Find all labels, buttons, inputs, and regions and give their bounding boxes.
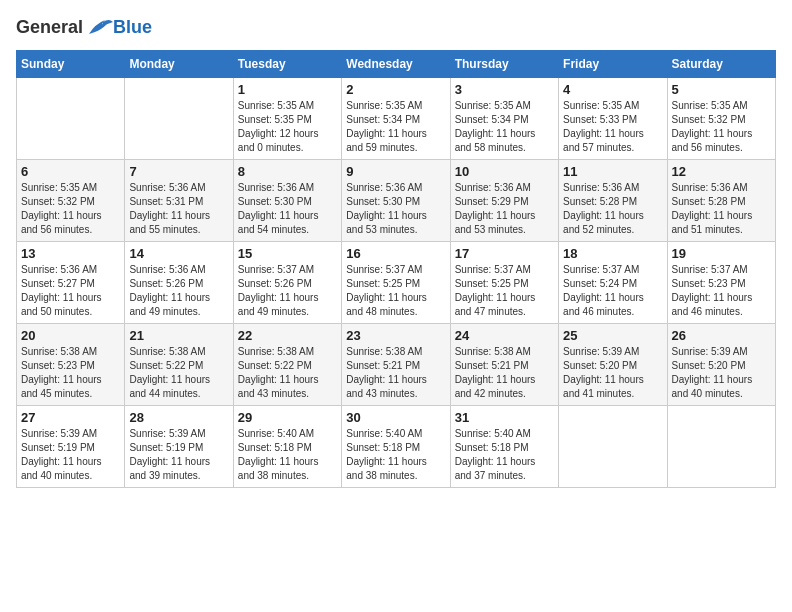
- day-info: Sunrise: 5:39 AM Sunset: 5:20 PM Dayligh…: [672, 345, 771, 401]
- day-info: Sunrise: 5:39 AM Sunset: 5:20 PM Dayligh…: [563, 345, 662, 401]
- calendar-cell: 26Sunrise: 5:39 AM Sunset: 5:20 PM Dayli…: [667, 324, 775, 406]
- day-info: Sunrise: 5:35 AM Sunset: 5:34 PM Dayligh…: [346, 99, 445, 155]
- calendar-cell: 16Sunrise: 5:37 AM Sunset: 5:25 PM Dayli…: [342, 242, 450, 324]
- calendar-cell: 10Sunrise: 5:36 AM Sunset: 5:29 PM Dayli…: [450, 160, 558, 242]
- calendar-cell: 2Sunrise: 5:35 AM Sunset: 5:34 PM Daylig…: [342, 78, 450, 160]
- day-info: Sunrise: 5:37 AM Sunset: 5:25 PM Dayligh…: [346, 263, 445, 319]
- day-number: 20: [21, 328, 120, 343]
- calendar-cell: 25Sunrise: 5:39 AM Sunset: 5:20 PM Dayli…: [559, 324, 667, 406]
- day-info: Sunrise: 5:38 AM Sunset: 5:21 PM Dayligh…: [346, 345, 445, 401]
- day-number: 26: [672, 328, 771, 343]
- day-info: Sunrise: 5:38 AM Sunset: 5:21 PM Dayligh…: [455, 345, 554, 401]
- weekday-header: Monday: [125, 51, 233, 78]
- day-info: Sunrise: 5:38 AM Sunset: 5:22 PM Dayligh…: [129, 345, 228, 401]
- calendar-cell: 27Sunrise: 5:39 AM Sunset: 5:19 PM Dayli…: [17, 406, 125, 488]
- calendar-cell: [559, 406, 667, 488]
- day-number: 1: [238, 82, 337, 97]
- calendar-cell: 23Sunrise: 5:38 AM Sunset: 5:21 PM Dayli…: [342, 324, 450, 406]
- calendar-week-row: 1Sunrise: 5:35 AM Sunset: 5:35 PM Daylig…: [17, 78, 776, 160]
- day-number: 28: [129, 410, 228, 425]
- calendar-week-row: 6Sunrise: 5:35 AM Sunset: 5:32 PM Daylig…: [17, 160, 776, 242]
- day-number: 19: [672, 246, 771, 261]
- calendar-cell: 31Sunrise: 5:40 AM Sunset: 5:18 PM Dayli…: [450, 406, 558, 488]
- day-info: Sunrise: 5:36 AM Sunset: 5:28 PM Dayligh…: [672, 181, 771, 237]
- calendar-cell: 6Sunrise: 5:35 AM Sunset: 5:32 PM Daylig…: [17, 160, 125, 242]
- day-number: 6: [21, 164, 120, 179]
- day-info: Sunrise: 5:36 AM Sunset: 5:30 PM Dayligh…: [346, 181, 445, 237]
- day-info: Sunrise: 5:35 AM Sunset: 5:35 PM Dayligh…: [238, 99, 337, 155]
- day-number: 2: [346, 82, 445, 97]
- weekday-header: Saturday: [667, 51, 775, 78]
- day-info: Sunrise: 5:39 AM Sunset: 5:19 PM Dayligh…: [129, 427, 228, 483]
- day-number: 22: [238, 328, 337, 343]
- logo-bird-icon: [85, 16, 113, 38]
- day-number: 9: [346, 164, 445, 179]
- day-info: Sunrise: 5:37 AM Sunset: 5:26 PM Dayligh…: [238, 263, 337, 319]
- day-number: 24: [455, 328, 554, 343]
- day-info: Sunrise: 5:40 AM Sunset: 5:18 PM Dayligh…: [238, 427, 337, 483]
- calendar-table: SundayMondayTuesdayWednesdayThursdayFrid…: [16, 50, 776, 488]
- calendar-cell: 3Sunrise: 5:35 AM Sunset: 5:34 PM Daylig…: [450, 78, 558, 160]
- day-number: 29: [238, 410, 337, 425]
- calendar-cell: 19Sunrise: 5:37 AM Sunset: 5:23 PM Dayli…: [667, 242, 775, 324]
- calendar-cell: 24Sunrise: 5:38 AM Sunset: 5:21 PM Dayli…: [450, 324, 558, 406]
- day-info: Sunrise: 5:37 AM Sunset: 5:25 PM Dayligh…: [455, 263, 554, 319]
- day-number: 18: [563, 246, 662, 261]
- day-info: Sunrise: 5:36 AM Sunset: 5:26 PM Dayligh…: [129, 263, 228, 319]
- calendar-cell: 18Sunrise: 5:37 AM Sunset: 5:24 PM Dayli…: [559, 242, 667, 324]
- weekday-header: Wednesday: [342, 51, 450, 78]
- weekday-header: Sunday: [17, 51, 125, 78]
- day-number: 31: [455, 410, 554, 425]
- day-info: Sunrise: 5:35 AM Sunset: 5:33 PM Dayligh…: [563, 99, 662, 155]
- calendar-cell: [125, 78, 233, 160]
- day-info: Sunrise: 5:39 AM Sunset: 5:19 PM Dayligh…: [21, 427, 120, 483]
- logo-general-text: General: [16, 17, 83, 38]
- calendar-cell: 7Sunrise: 5:36 AM Sunset: 5:31 PM Daylig…: [125, 160, 233, 242]
- calendar-cell: [667, 406, 775, 488]
- day-info: Sunrise: 5:35 AM Sunset: 5:34 PM Dayligh…: [455, 99, 554, 155]
- day-info: Sunrise: 5:36 AM Sunset: 5:29 PM Dayligh…: [455, 181, 554, 237]
- day-info: Sunrise: 5:37 AM Sunset: 5:24 PM Dayligh…: [563, 263, 662, 319]
- day-number: 27: [21, 410, 120, 425]
- day-number: 13: [21, 246, 120, 261]
- calendar-cell: 14Sunrise: 5:36 AM Sunset: 5:26 PM Dayli…: [125, 242, 233, 324]
- logo-blue-text: Blue: [113, 17, 152, 38]
- day-number: 8: [238, 164, 337, 179]
- calendar-week-row: 13Sunrise: 5:36 AM Sunset: 5:27 PM Dayli…: [17, 242, 776, 324]
- day-info: Sunrise: 5:38 AM Sunset: 5:23 PM Dayligh…: [21, 345, 120, 401]
- day-number: 11: [563, 164, 662, 179]
- day-number: 7: [129, 164, 228, 179]
- day-info: Sunrise: 5:40 AM Sunset: 5:18 PM Dayligh…: [346, 427, 445, 483]
- day-number: 23: [346, 328, 445, 343]
- day-number: 10: [455, 164, 554, 179]
- weekday-header: Friday: [559, 51, 667, 78]
- weekday-header-row: SundayMondayTuesdayWednesdayThursdayFrid…: [17, 51, 776, 78]
- calendar-cell: 8Sunrise: 5:36 AM Sunset: 5:30 PM Daylig…: [233, 160, 341, 242]
- calendar-cell: 17Sunrise: 5:37 AM Sunset: 5:25 PM Dayli…: [450, 242, 558, 324]
- logo: General Blue: [16, 16, 152, 38]
- day-number: 30: [346, 410, 445, 425]
- day-info: Sunrise: 5:35 AM Sunset: 5:32 PM Dayligh…: [672, 99, 771, 155]
- day-info: Sunrise: 5:38 AM Sunset: 5:22 PM Dayligh…: [238, 345, 337, 401]
- weekday-header: Tuesday: [233, 51, 341, 78]
- day-number: 16: [346, 246, 445, 261]
- day-number: 21: [129, 328, 228, 343]
- day-number: 15: [238, 246, 337, 261]
- calendar-cell: 15Sunrise: 5:37 AM Sunset: 5:26 PM Dayli…: [233, 242, 341, 324]
- day-info: Sunrise: 5:36 AM Sunset: 5:31 PM Dayligh…: [129, 181, 228, 237]
- calendar-cell: 20Sunrise: 5:38 AM Sunset: 5:23 PM Dayli…: [17, 324, 125, 406]
- day-number: 14: [129, 246, 228, 261]
- day-info: Sunrise: 5:35 AM Sunset: 5:32 PM Dayligh…: [21, 181, 120, 237]
- calendar-cell: 29Sunrise: 5:40 AM Sunset: 5:18 PM Dayli…: [233, 406, 341, 488]
- day-number: 12: [672, 164, 771, 179]
- day-number: 17: [455, 246, 554, 261]
- calendar-week-row: 27Sunrise: 5:39 AM Sunset: 5:19 PM Dayli…: [17, 406, 776, 488]
- calendar-week-row: 20Sunrise: 5:38 AM Sunset: 5:23 PM Dayli…: [17, 324, 776, 406]
- calendar-cell: 5Sunrise: 5:35 AM Sunset: 5:32 PM Daylig…: [667, 78, 775, 160]
- calendar-cell: 11Sunrise: 5:36 AM Sunset: 5:28 PM Dayli…: [559, 160, 667, 242]
- calendar-cell: 9Sunrise: 5:36 AM Sunset: 5:30 PM Daylig…: [342, 160, 450, 242]
- day-number: 4: [563, 82, 662, 97]
- day-info: Sunrise: 5:40 AM Sunset: 5:18 PM Dayligh…: [455, 427, 554, 483]
- weekday-header: Thursday: [450, 51, 558, 78]
- day-info: Sunrise: 5:36 AM Sunset: 5:30 PM Dayligh…: [238, 181, 337, 237]
